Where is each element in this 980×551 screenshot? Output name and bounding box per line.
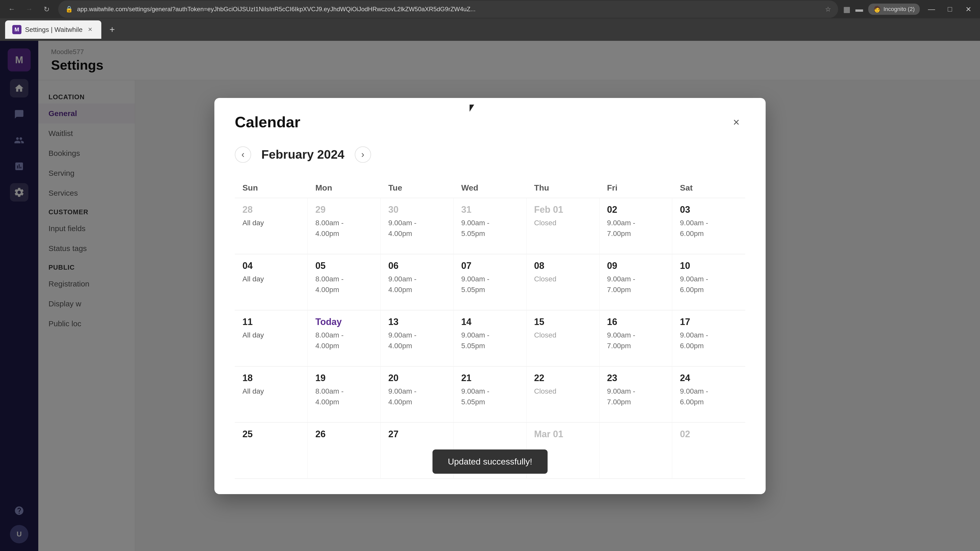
cal-cell-w1-mon[interactable]: 29 8.00am - 4.00pm — [308, 198, 381, 254]
cal-date: 10 — [680, 260, 738, 271]
cal-cell-w5-sun[interactable]: 25 — [235, 423, 308, 479]
modal-title: Calendar — [235, 113, 301, 131]
title-bar: ← → ↻ 🔒 app.waitwhile.com/settings/gener… — [0, 0, 980, 18]
cal-hours: All day — [242, 330, 300, 341]
cal-hours: 9.00am - 7.00pm — [607, 274, 665, 295]
tab-title: Settings | Waitwhile — [25, 26, 83, 34]
cal-cell-w4-sat[interactable]: 24 9.00am - 6.00pm — [672, 367, 745, 423]
cal-hours: 9.00am - 6.00pm — [680, 274, 738, 295]
cal-cell-w4-sun[interactable]: 18 All day — [235, 367, 308, 423]
cal-cell-w2-wed[interactable]: 07 9.00am - 5.05pm — [453, 254, 527, 310]
reload-button[interactable]: ↻ — [40, 3, 53, 16]
cal-date: 20 — [388, 373, 445, 383]
cal-hours: 9.00am - 5.05pm — [461, 274, 519, 295]
next-month-button[interactable]: › — [355, 146, 371, 163]
cal-cell-w4-fri[interactable]: 23 9.00am - 7.00pm — [600, 367, 673, 423]
cal-cell-w4-tue[interactable]: 20 9.00am - 4.00pm — [380, 367, 453, 423]
cal-date: 02 — [680, 429, 738, 440]
prev-month-button[interactable]: ‹ — [235, 146, 251, 163]
extensions-icon[interactable]: ▦ — [843, 5, 850, 14]
maximize-button[interactable]: □ — [943, 3, 956, 16]
tab-favicon: M — [12, 25, 21, 34]
bookmark-icon[interactable]: ☆ — [825, 5, 831, 13]
back-button[interactable]: ← — [5, 3, 18, 16]
day-header-mon: Mon — [308, 178, 381, 198]
calendar-modal: Calendar × ‹ February 2024 › Sun Mon Tue… — [215, 98, 765, 494]
new-tab-button[interactable]: + — [105, 23, 119, 36]
cal-hours: 9.00am - 7.00pm — [607, 218, 665, 239]
cal-hours: Closed — [534, 330, 592, 341]
cal-hours: All day — [242, 274, 300, 284]
cal-cell-w3-sat[interactable]: 17 9.00am - 6.00pm — [672, 310, 745, 367]
cal-cell-w2-sat[interactable]: 10 9.00am - 6.00pm — [672, 254, 745, 310]
cal-cell-w1-sun[interactable]: 28 All day — [235, 198, 308, 254]
cal-date: 19 — [315, 373, 373, 383]
cal-date: Feb 01 — [534, 204, 592, 215]
cal-hours: 8.00am - 4.00pm — [315, 386, 373, 407]
cal-hours: 9.00am - 6.00pm — [680, 218, 738, 239]
cal-cell-w2-tue[interactable]: 06 9.00am - 4.00pm — [380, 254, 453, 310]
cal-hours: 9.00am - 5.05pm — [461, 330, 519, 351]
cal-date: 29 — [315, 204, 373, 215]
cal-hours: 8.00am - 4.00pm — [315, 330, 373, 351]
day-header-sun: Sun — [235, 178, 308, 198]
cal-hours: All day — [242, 386, 300, 397]
cal-cell-w3-fri[interactable]: 16 9.00am - 7.00pm — [600, 310, 673, 367]
cal-cell-w1-sat[interactable]: 03 9.00am - 6.00pm — [672, 198, 745, 254]
profile-icon[interactable]: ▬ — [856, 5, 863, 14]
cal-hours: All day — [242, 218, 300, 228]
calendar-grid: Sun Mon Tue Wed Thu Fri Sat 28 All day 2… — [235, 178, 745, 479]
day-header-tue: Tue — [380, 178, 453, 198]
cal-cell-w1-tue[interactable]: 30 9.00am - 4.00pm — [380, 198, 453, 254]
window-close-button[interactable]: ✕ — [962, 3, 975, 16]
cal-hours: 8.00am - 4.00pm — [315, 218, 373, 239]
cal-date: 03 — [680, 204, 738, 215]
active-tab[interactable]: M Settings | Waitwhile ✕ — [5, 21, 101, 39]
cal-cell-w3-tue[interactable]: 13 9.00am - 4.00pm — [380, 310, 453, 367]
cal-date: 04 — [242, 260, 300, 271]
day-header-sat: Sat — [672, 178, 745, 198]
cal-cell-w4-wed[interactable]: 21 9.00am - 5.05pm — [453, 367, 527, 423]
cal-date: 27 — [388, 429, 445, 440]
cal-date: 14 — [461, 317, 519, 327]
cal-cell-w3-thu[interactable]: 15 Closed — [527, 310, 600, 367]
cal-cell-w1-wed[interactable]: 31 9.00am - 5.05pm — [453, 198, 527, 254]
cal-cell-w5-sat[interactable]: 02 — [672, 423, 745, 479]
cal-cell-w4-thu[interactable]: 22 Closed — [527, 367, 600, 423]
cal-cell-w2-sun[interactable]: 04 All day — [235, 254, 308, 310]
cal-hours: 9.00am - 5.05pm — [461, 218, 519, 239]
cal-date: 25 — [242, 429, 300, 440]
cal-hours: Closed — [534, 218, 592, 228]
forward-button[interactable]: → — [22, 3, 36, 16]
cal-cell-w1-fri[interactable]: 02 9.00am - 7.00pm — [600, 198, 673, 254]
cal-date: 18 — [242, 373, 300, 383]
address-bar[interactable]: 🔒 app.waitwhile.com/settings/general?aut… — [58, 0, 838, 18]
cal-date: 17 — [680, 317, 738, 327]
cal-date: Mar 01 — [534, 429, 592, 440]
cal-hours: Closed — [534, 274, 592, 284]
cal-hours: 8.00am - 4.00pm — [315, 274, 373, 295]
toast-notification: Updated successfully! — [433, 449, 548, 474]
cal-cell-w5-mon[interactable]: 26 — [308, 423, 381, 479]
cal-cell-w2-fri[interactable]: 09 9.00am - 7.00pm — [600, 254, 673, 310]
cal-cell-w2-thu[interactable]: 08 Closed — [527, 254, 600, 310]
cal-cell-w3-sun[interactable]: 11 All day — [235, 310, 308, 367]
cal-cell-w5-fri[interactable] — [600, 423, 673, 479]
cal-date: 24 — [680, 373, 738, 383]
cal-cell-w3-wed[interactable]: 14 9.00am - 5.05pm — [453, 310, 527, 367]
minimize-button[interactable]: — — [925, 3, 938, 16]
cal-cell-w3-mon[interactable]: Today 8.00am - 4.00pm — [308, 310, 381, 367]
incognito-badge: 🧑 Incognito (2) — [868, 3, 920, 15]
modal-close-button[interactable]: × — [727, 113, 745, 131]
cal-date: 06 — [388, 260, 445, 271]
cal-hours: 9.00am - 4.00pm — [388, 218, 445, 239]
cal-date: 31 — [461, 204, 519, 215]
cal-cell-w1-thu[interactable]: Feb 01 Closed — [527, 198, 600, 254]
day-header-wed: Wed — [453, 178, 527, 198]
cal-cell-w4-mon[interactable]: 19 8.00am - 4.00pm — [308, 367, 381, 423]
tab-close-button[interactable]: ✕ — [86, 25, 94, 34]
cal-cell-w2-mon[interactable]: 05 8.00am - 4.00pm — [308, 254, 381, 310]
cal-hours: 9.00am - 7.00pm — [607, 386, 665, 407]
month-label: February 2024 — [261, 148, 345, 162]
incognito-icon: 🧑 — [873, 6, 881, 13]
